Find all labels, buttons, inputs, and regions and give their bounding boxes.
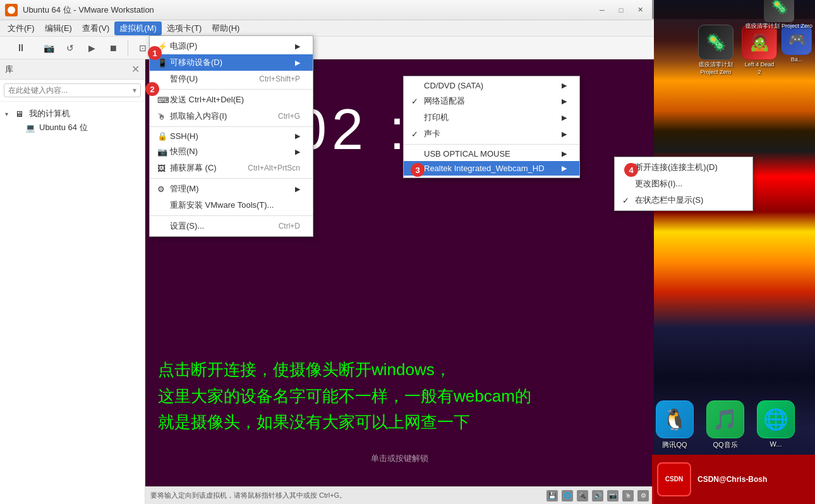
status-text: 要将输入定向到该虚拟机，请将鼠标指针移入其中或按 Ctrl+G。: [150, 491, 346, 500]
step-circle-3: 3: [411, 163, 425, 177]
ctx-grab[interactable]: 🖱 抓取输入内容(I) Ctrl+G: [150, 108, 313, 124]
vm-status-bar: 要将输入定向到该虚拟机，请将鼠标指针移入其中或按 Ctrl+G。 💾 🌐 🔌 🔊…: [145, 486, 654, 504]
restore-button[interactable]: ↺: [61, 39, 80, 57]
arrow-sound: ▶: [562, 130, 567, 138]
search-dropdown-icon[interactable]: ▾: [133, 86, 136, 95]
sidebar-title: 库: [5, 64, 13, 75]
arrow-printer: ▶: [562, 114, 567, 122]
window-title: Ubuntu 64 位 - VMware Workstation: [23, 4, 593, 16]
mycomputer-label: 我的计算机: [29, 108, 70, 119]
capture-icon: 🖼: [157, 164, 170, 173]
arrow-manage: ▶: [295, 185, 300, 193]
app-icon-l4d2[interactable]: 🧟 Left 4 Dead2: [740, 25, 778, 76]
removable-icon: 📱: [157, 58, 170, 68]
status-icon-mouse[interactable]: 🖱: [622, 490, 634, 501]
status-icon-cam[interactable]: 📷: [607, 490, 619, 501]
menu-file[interactable]: 文件(F): [3, 21, 40, 35]
ctx-cddvd[interactable]: CD/DVD (SATA) ▶: [404, 78, 579, 93]
manage-icon: ⚙: [157, 184, 170, 194]
menu-tab[interactable]: 选项卡(T): [162, 21, 207, 35]
step-circle-4: 4: [624, 163, 638, 177]
ctx-printer[interactable]: 打印机 ▶: [404, 109, 579, 126]
ctx-usb-mouse[interactable]: USB OPTICAL MOUSE ▶: [404, 147, 579, 161]
minimize-button[interactable]: ─: [593, 3, 611, 17]
ctx-capture[interactable]: 🖼 捕获屏幕 (C) Ctrl+Alt+PrtScn: [150, 160, 313, 176]
status-icon-net[interactable]: 🌐: [562, 490, 573, 501]
search-input-wrap: ▾: [4, 83, 141, 97]
step-circle-1: 1: [148, 46, 162, 60]
keyboard-icon: ⌨: [157, 95, 170, 105]
app-icon-plague[interactable]: 🦠 瘟疫清零计划Project Zero: [694, 25, 738, 76]
browser-label: W...: [770, 440, 782, 448]
csdn-logo[interactable]: CSDN: [657, 462, 691, 496]
ctx-manage[interactable]: ⚙ 管理(M) ▶: [150, 181, 313, 197]
check-sound: ✓: [411, 129, 424, 139]
ssh-icon: 🔒: [157, 131, 170, 141]
removable-devices-menu: CD/DVD (SATA) ▶ ✓ 网络适配器 ▶ 打印机 ▶ ✓ 声卡 ▶ U…: [403, 76, 580, 178]
ctx-show-status[interactable]: ✓ 在状态栏中显示(S): [615, 192, 752, 208]
separator-1: [150, 89, 313, 90]
arrow-webcam: ▶: [562, 164, 567, 172]
check-show-status: ✓: [622, 196, 635, 205]
ctx-settings[interactable]: 设置(S)... Ctrl+D: [150, 218, 313, 234]
separator-2: [150, 126, 313, 127]
ctx-removable[interactable]: 📱 可移动设备(D) ▶: [150, 54, 313, 71]
arrow-icon: ▶: [295, 42, 300, 51]
status-icon-audio[interactable]: 🔊: [592, 490, 603, 501]
ctx-network[interactable]: ✓ 网络适配器 ▶: [404, 93, 579, 109]
removable-sep: [404, 144, 579, 145]
arrow-icon-removable: ▶: [295, 59, 300, 67]
snapshot-button[interactable]: 📷: [39, 39, 58, 57]
ctx-power[interactable]: ⚡ 电源(P) ▶: [150, 38, 313, 54]
search-input[interactable]: [8, 86, 133, 95]
window-controls: ─ □ ✕: [593, 3, 649, 17]
arrow-ssh: ▶: [295, 132, 300, 140]
other-game-label: Ba...: [791, 56, 803, 63]
app-icon-other[interactable]: 🎮 Ba...: [781, 25, 812, 76]
ctx-snapshot[interactable]: 📷 快照(N) ▶: [150, 143, 313, 160]
qq-icon[interactable]: 🐧 腾讯QQ: [652, 400, 697, 450]
status-icon-settings[interactable]: ⚙: [637, 490, 649, 501]
ctx-change-icon[interactable]: 更改图标(I)...: [615, 176, 752, 192]
ctx-ssh[interactable]: 🔒 SSH(H) ▶: [150, 129, 313, 143]
menu-help[interactable]: 帮助(H): [207, 21, 244, 35]
menu-view[interactable]: 查看(V): [77, 21, 114, 35]
status-icons: 💾 🌐 🔌 🔊 📷 🖱 ⚙: [546, 490, 649, 501]
arrow-snap: ▶: [295, 148, 300, 156]
ctx-webcam[interactable]: Realtek Integrated_Webcam_HD ▶: [404, 161, 579, 176]
status-icon-hdd[interactable]: 💾: [546, 490, 558, 501]
toolbar-sep-1: [128, 40, 128, 56]
qqmusic-icon[interactable]: 🎵 QQ音乐: [703, 400, 748, 450]
menu-vm[interactable]: 虚拟机(M): [114, 21, 162, 35]
browser-icon[interactable]: 🌐 W...: [753, 400, 799, 450]
sidebar-header: 库 ✕: [0, 59, 145, 80]
ctx-pause[interactable]: 暂停(U) Ctrl+Shift+P: [150, 71, 313, 87]
arrow-mouse: ▶: [562, 150, 567, 158]
status-icon-usb[interactable]: 🔌: [577, 490, 588, 501]
snapshot-icon: 📷: [157, 147, 170, 157]
vm-icon: 💻: [25, 123, 37, 132]
check-network: ✓: [411, 97, 424, 106]
sidebar-close-button[interactable]: ✕: [131, 64, 140, 75]
ctx-vmtools[interactable]: 重新安装 VMware Tools(T)...: [150, 197, 313, 213]
stop-button[interactable]: ⏹: [104, 39, 123, 57]
pause-button[interactable]: ⏸: [5, 39, 37, 57]
tree-item-ubuntu[interactable]: 💻 Ubuntu 64 位: [3, 121, 142, 135]
grab-icon: 🖱: [157, 112, 170, 121]
maximize-button[interactable]: □: [612, 3, 630, 17]
ctx-cad[interactable]: ⌨ 发送 Ctrl+Alt+Del(E): [150, 92, 313, 108]
tree-item-mycomputer[interactable]: ▾ 🖥 我的计算机: [3, 107, 142, 121]
menu-edit[interactable]: 编辑(E): [40, 21, 77, 35]
csdn-text: CSDN@Chris-Bosh: [697, 475, 767, 484]
desktop-app-plague[interactable]: 🦠 瘟疫清零计划 Project Zero: [746, 0, 812, 30]
instruction-text: 点击断开连接，使摄像头断开windows，这里大家的设备名字可能不一样，一般有w…: [158, 357, 641, 436]
ctx-sound[interactable]: ✓ 声卡 ▶: [404, 126, 579, 142]
qqmusic-label: QQ音乐: [713, 440, 737, 450]
page-indicator: 单击或按键解锁: [145, 453, 654, 464]
search-box: ▾: [0, 80, 145, 102]
qq-label: 腾讯QQ: [662, 440, 687, 450]
resume-button[interactable]: ▶: [82, 39, 101, 57]
toolbar: ⏸ 📷 ↺ ▶ ⏹ ⊡ ⛶ ▣ ⊞ ▦ ⚙: [0, 37, 654, 59]
desktop-app-plague-label: 瘟疫清零计划 Project Zero: [746, 22, 812, 30]
close-button[interactable]: ✕: [631, 3, 649, 17]
